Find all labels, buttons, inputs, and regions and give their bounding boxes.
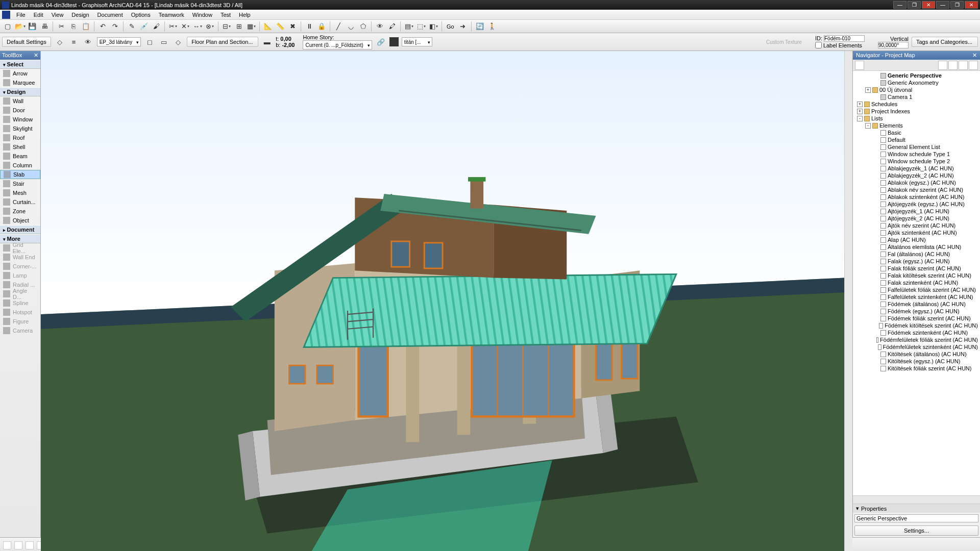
- geometry-method-icon[interactable]: ◇: [54, 36, 65, 47]
- menu-options[interactable]: Options: [127, 11, 155, 19]
- tool-wallend[interactable]: Wall End: [0, 253, 40, 262]
- toolbox-section-design[interactable]: Design: [0, 87, 40, 96]
- tree-node[interactable]: Falak kitöltések szerint (AC HUN): [853, 272, 980, 279]
- navigator-header[interactable]: Navigator - Project Map✕: [853, 51, 980, 60]
- id-input[interactable]: [824, 35, 865, 42]
- tree-node[interactable]: Ajtójegyzék_1 (AC HUN): [853, 208, 980, 215]
- tool-camera[interactable]: Camera: [0, 326, 40, 335]
- menu-edit[interactable]: Edit: [30, 11, 47, 19]
- menu-teamwork[interactable]: Teamwork: [155, 11, 188, 19]
- tool-window[interactable]: Window: [0, 115, 40, 124]
- tree-node[interactable]: Falak fóliák szerint (AC HUN): [853, 265, 980, 272]
- tree-node[interactable]: Camera 1: [853, 93, 980, 101]
- open-icon[interactable]: 📂▾: [14, 21, 26, 32]
- nav-tab-4[interactable]: [959, 61, 968, 70]
- copy-icon[interactable]: ⎘: [68, 21, 79, 32]
- tool-skylight[interactable]: Skylight: [0, 124, 40, 133]
- tool-stair[interactable]: Stair: [0, 179, 40, 188]
- tool-column[interactable]: Column: [0, 161, 40, 170]
- tree-node[interactable]: Ajtók szintenként (AC HUN): [853, 229, 980, 236]
- trace-icon[interactable]: 👁: [374, 21, 385, 32]
- menu-design[interactable]: Design: [67, 11, 93, 19]
- tool-angled[interactable]: Angle D...: [0, 289, 40, 298]
- toolbox-header[interactable]: ToolBox✕: [0, 51, 40, 60]
- tool-door[interactable]: Door: [0, 106, 40, 115]
- tree-node[interactable]: Kitöltések fóliák szerint (AC HUN): [853, 365, 980, 372]
- shape-poly-icon[interactable]: ◇: [173, 36, 184, 47]
- inner-restore-button[interactable]: ❐: [950, 1, 964, 9]
- material-dropdown[interactable]: titán [...: [402, 37, 432, 46]
- tree-node[interactable]: Falak szintenként (AC HUN): [853, 279, 980, 286]
- measure-icon[interactable]: 📐: [262, 21, 274, 32]
- distribute-icon[interactable]: ⊞: [233, 21, 244, 32]
- 3d-canvas[interactable]: [41, 51, 844, 551]
- tree-node[interactable]: Generic Perspective: [853, 72, 980, 79]
- tree-node[interactable]: Ajtójegyzék (egysz.) (AC HUN): [853, 201, 980, 208]
- undo-icon[interactable]: ↶: [97, 21, 108, 32]
- coord-icon-1[interactable]: [3, 541, 11, 549]
- tool-beam[interactable]: Beam: [0, 152, 40, 161]
- menu-view[interactable]: View: [47, 11, 68, 19]
- ruler-icon[interactable]: 📏: [275, 21, 286, 32]
- tool-figure[interactable]: Figure: [0, 317, 40, 326]
- layer-icon[interactable]: ≡: [68, 36, 80, 47]
- tool-gridele[interactable]: Grid Ele...: [0, 243, 40, 253]
- tree-node[interactable]: Födémfelületek szintenként (AC HUN): [853, 343, 980, 350]
- tree-node[interactable]: +00 Új útvonal: [853, 86, 980, 93]
- menu-window[interactable]: Window: [188, 11, 216, 19]
- inner-minimize-button[interactable]: —: [936, 1, 949, 9]
- label-elements-checkbox[interactable]: [815, 42, 822, 48]
- go-arrow-icon[interactable]: ➜: [457, 21, 469, 32]
- paste-icon[interactable]: 📋: [80, 21, 91, 32]
- tree-node[interactable]: Default: [853, 136, 980, 143]
- nav-tab-2[interactable]: [938, 61, 947, 70]
- tool-slab[interactable]: Slab: [0, 170, 40, 179]
- tree-node[interactable]: -Lists: [853, 115, 980, 122]
- line-icon[interactable]: ╱: [333, 21, 344, 32]
- tree-node[interactable]: Fal (általános) (AC HUN): [853, 251, 980, 258]
- shape-rect-icon[interactable]: ◻: [144, 36, 155, 47]
- tree-node[interactable]: Window schedule Type 1: [853, 151, 980, 158]
- tool-mesh[interactable]: Mesh: [0, 188, 40, 197]
- material-swatch-icon[interactable]: [389, 37, 399, 46]
- tree-node[interactable]: +Schedules: [853, 101, 980, 108]
- delete-icon[interactable]: ✖: [287, 21, 298, 32]
- tree-node[interactable]: Ajtók név szerint (AC HUN): [853, 222, 980, 229]
- tool-roof[interactable]: Roof: [0, 133, 40, 142]
- tree-node[interactable]: Födémek (általános) (AC HUN): [853, 300, 980, 308]
- menu-test[interactable]: Test: [216, 11, 235, 19]
- tool-shell[interactable]: Shell: [0, 142, 40, 152]
- view-name-dropdown[interactable]: EP_3d látvány: [97, 37, 141, 46]
- walk-icon[interactable]: 🚶: [486, 21, 498, 32]
- toolbox-section-document[interactable]: Document: [0, 225, 40, 234]
- redo-icon[interactable]: ↷: [109, 21, 120, 32]
- adjust-icon[interactable]: ↔▾: [192, 21, 203, 32]
- paint-icon[interactable]: 🖌: [151, 21, 162, 32]
- home-story-dropdown[interactable]: Current (0. ...p_Földszint): [303, 40, 372, 49]
- eye-icon[interactable]: 👁: [83, 36, 94, 47]
- tree-node[interactable]: Ajtójegyzék_2 (AC HUN): [853, 215, 980, 222]
- tree-node[interactable]: Falak (egysz.) (AC HUN): [853, 258, 980, 265]
- tree-node[interactable]: Ablakjegyzék_1 (AC HUN): [853, 165, 980, 172]
- tree-node[interactable]: Födémek szintenként (AC HUN): [853, 329, 980, 336]
- tree-node[interactable]: Falfelületek szintenként (AC HUN): [853, 293, 980, 300]
- navigator-hscroll[interactable]: [853, 495, 980, 504]
- syringe-icon[interactable]: 💉: [138, 21, 150, 32]
- print-icon[interactable]: 🖶: [39, 21, 50, 32]
- tree-node[interactable]: Ablakok (egysz.) (AC HUN): [853, 179, 980, 186]
- tool-hotspot[interactable]: Hotspot: [0, 308, 40, 317]
- inner-close-button[interactable]: ✕: [965, 1, 978, 9]
- eyedropper-icon[interactable]: ✎: [126, 21, 137, 32]
- tree-node[interactable]: Födémek fóliák szerint (AC HUN): [853, 315, 980, 322]
- view2d-icon[interactable]: ▤▾: [403, 21, 414, 32]
- tree-node[interactable]: Általános elemlista (AC HUN): [853, 243, 980, 251]
- menu-file[interactable]: File: [12, 11, 30, 19]
- toolbox-section-select[interactable]: Select: [0, 60, 40, 69]
- coord-icon-2[interactable]: [14, 541, 22, 549]
- arc-icon[interactable]: ◡: [345, 21, 356, 32]
- minimize-button[interactable]: —: [893, 1, 906, 9]
- tool-curtain[interactable]: Curtain...: [0, 197, 40, 207]
- close-button[interactable]: ✕: [922, 1, 935, 9]
- orbit-icon[interactable]: 🔄: [474, 21, 485, 32]
- view3d-icon[interactable]: ⬚▾: [415, 21, 427, 32]
